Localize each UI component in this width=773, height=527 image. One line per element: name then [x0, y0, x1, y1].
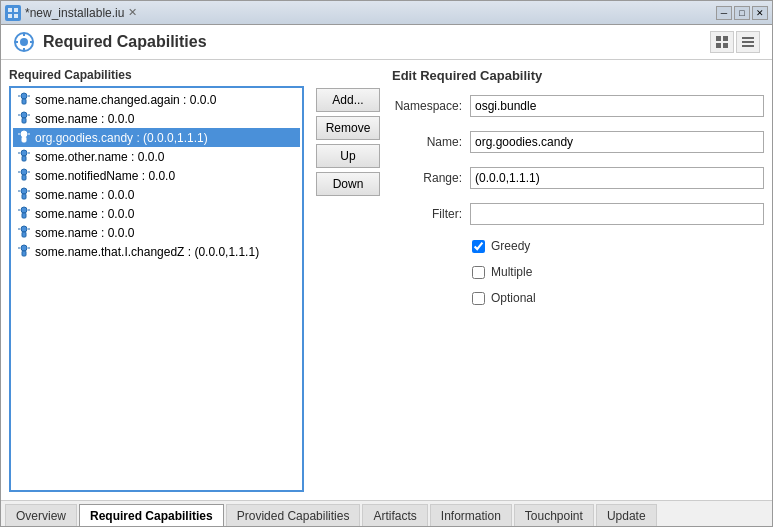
svg-rect-50	[22, 251, 26, 256]
list-item[interactable]: some.notifiedName : 0.0.0	[13, 166, 300, 185]
right-panel-title: Edit Required Capability	[392, 68, 764, 83]
maximize-button[interactable]: □	[734, 6, 750, 20]
svg-point-45	[21, 226, 27, 232]
capability-icon	[17, 205, 31, 222]
list-item[interactable]: some.name : 0.0.0	[13, 204, 300, 223]
list-item[interactable]: some.name : 0.0.0	[13, 185, 300, 204]
close-button[interactable]: ✕	[752, 6, 768, 20]
svg-point-5	[20, 38, 28, 46]
list-item-text: some.name : 0.0.0	[35, 112, 134, 126]
capability-icon	[17, 167, 31, 184]
main-window: *new_installable.iu ✕ ─ □ ✕ Required Cap…	[0, 0, 773, 527]
list-item[interactable]: some.name.changed.again : 0.0.0	[13, 90, 300, 109]
svg-point-25	[21, 131, 27, 137]
svg-rect-1	[14, 8, 18, 12]
page-header-icon	[13, 31, 35, 53]
name-input[interactable]	[470, 131, 764, 153]
list-item[interactable]: org.goodies.candy : (0.0.0,1.1.1)	[13, 128, 300, 147]
name-label: Name:	[392, 135, 462, 149]
list-item[interactable]: some.name : 0.0.0	[13, 223, 300, 242]
svg-rect-22	[22, 118, 26, 123]
list-item[interactable]: some.name.that.I.changedZ : (0.0.0,1.1.1…	[13, 242, 300, 261]
tab-provided-capabilities[interactable]: Provided Capabilities	[226, 504, 361, 526]
up-button[interactable]: Up	[316, 144, 380, 168]
capability-icon	[17, 91, 31, 108]
multiple-label: Multiple	[491, 265, 532, 279]
optional-checkbox[interactable]	[472, 292, 485, 305]
svg-rect-46	[22, 232, 26, 237]
tab-close-icon[interactable]: ✕	[128, 6, 137, 19]
list-item[interactable]: some.other.name : 0.0.0	[13, 147, 300, 166]
svg-rect-2	[8, 14, 12, 18]
capability-icon	[17, 110, 31, 127]
svg-point-33	[21, 169, 27, 175]
tab-information[interactable]: Information	[430, 504, 512, 526]
filter-row: Filter:	[392, 203, 764, 225]
list-item-text: some.name : 0.0.0	[35, 207, 134, 221]
list-item-text: some.name : 0.0.0	[35, 226, 134, 240]
tab-artifacts[interactable]: Artifacts	[362, 504, 427, 526]
filter-input[interactable]	[470, 203, 764, 225]
tab-touchpoint[interactable]: Touchpoint	[514, 504, 594, 526]
svg-rect-30	[22, 156, 26, 161]
add-button[interactable]: Add...	[316, 88, 380, 112]
multiple-row: Multiple	[472, 265, 764, 279]
tab-overview[interactable]: Overview	[5, 504, 77, 526]
svg-point-29	[21, 150, 27, 156]
right-panel: Edit Required Capability Namespace: Name…	[392, 68, 764, 492]
multiple-checkbox[interactable]	[472, 266, 485, 279]
capability-icon	[17, 148, 31, 165]
svg-rect-10	[716, 36, 721, 41]
svg-rect-16	[742, 45, 754, 47]
svg-point-37	[21, 188, 27, 194]
svg-rect-13	[723, 43, 728, 48]
capability-list[interactable]: some.name.changed.again : 0.0.0 some.nam…	[9, 86, 304, 492]
left-panel: Required Capabilities some.name.changed.…	[9, 68, 304, 492]
list-item[interactable]: some.name : 0.0.0	[13, 109, 300, 128]
down-button[interactable]: Down	[316, 172, 380, 196]
optional-label: Optional	[491, 291, 536, 305]
svg-point-49	[21, 245, 27, 251]
range-row: Range:	[392, 167, 764, 189]
svg-rect-26	[22, 137, 26, 142]
namespace-label: Namespace:	[392, 99, 462, 113]
page-header: Required Capabilities	[1, 25, 772, 60]
svg-rect-0	[8, 8, 12, 12]
namespace-input[interactable]	[470, 95, 764, 117]
capability-icon	[17, 243, 31, 260]
capability-icon	[17, 224, 31, 241]
range-label: Range:	[392, 171, 462, 185]
header-toolbar	[710, 31, 760, 53]
action-buttons: Add... Remove Up Down	[312, 68, 384, 492]
svg-rect-34	[22, 175, 26, 180]
name-row: Name:	[392, 131, 764, 153]
svg-rect-38	[22, 194, 26, 199]
title-bar-left: *new_installable.iu ✕	[5, 5, 137, 21]
list-item-text: some.name : 0.0.0	[35, 188, 134, 202]
capability-icon	[17, 129, 31, 146]
svg-point-17	[21, 93, 27, 99]
svg-rect-18	[22, 99, 26, 104]
greedy-checkbox[interactable]	[472, 240, 485, 253]
grid-view-button[interactable]	[710, 31, 734, 53]
svg-rect-12	[716, 43, 721, 48]
list-item-text: some.other.name : 0.0.0	[35, 150, 164, 164]
list-item-text: some.name.that.I.changedZ : (0.0.0,1.1.1…	[35, 245, 259, 259]
window-controls: ─ □ ✕	[716, 6, 768, 20]
svg-rect-15	[742, 41, 754, 43]
tab-update[interactable]: Update	[596, 504, 657, 526]
minimize-button[interactable]: ─	[716, 6, 732, 20]
capability-icon	[17, 186, 31, 203]
remove-button[interactable]: Remove	[316, 116, 380, 140]
svg-rect-42	[22, 213, 26, 218]
window-icon	[5, 5, 21, 21]
tab-required-capabilities[interactable]: Required Capabilities	[79, 504, 224, 526]
optional-row: Optional	[472, 291, 764, 305]
list-view-button[interactable]	[736, 31, 760, 53]
title-bar: *new_installable.iu ✕ ─ □ ✕	[1, 1, 772, 25]
namespace-row: Namespace:	[392, 95, 764, 117]
left-panel-label: Required Capabilities	[9, 68, 304, 82]
range-input[interactable]	[470, 167, 764, 189]
page-title: Required Capabilities	[43, 33, 207, 51]
list-item-text: some.name.changed.again : 0.0.0	[35, 93, 216, 107]
